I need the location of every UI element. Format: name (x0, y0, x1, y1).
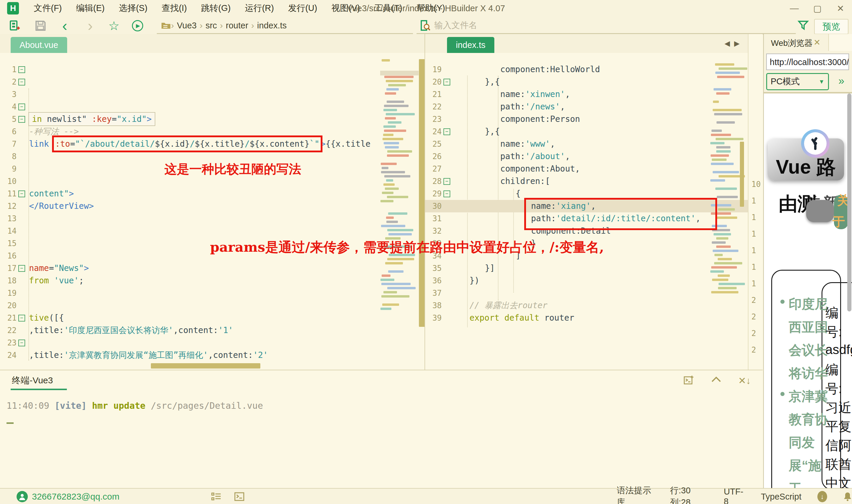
code-line-21: 21−tive([{ (0, 312, 424, 324)
language-mode[interactable]: TypeScript (761, 492, 801, 502)
code-line-27: 27component:About, (425, 163, 748, 175)
menu-发行(U)[interactable]: 发行(U) (281, 1, 324, 16)
code-token: name: (500, 139, 525, 149)
code-token: }] (485, 263, 495, 273)
maximize-icon[interactable]: ▢ (806, 0, 829, 17)
code-line-1: 1− (0, 63, 424, 76)
page-vscrollbar[interactable] (847, 93, 851, 311)
favorites-star-icon[interactable]: ☆ (107, 19, 121, 33)
menu-选择(S)[interactable]: 选择(S) (112, 1, 155, 16)
fold-icon[interactable]: − (443, 128, 450, 135)
user-avatar-icon[interactable] (17, 491, 28, 502)
notification-bell-icon[interactable] (843, 492, 852, 501)
menu-工具(T)[interactable]: 工具(T) (367, 1, 410, 16)
url-input[interactable]: http://localhost:3000/ (766, 54, 849, 70)
collapse-up-icon[interactable] (711, 375, 722, 386)
back-icon[interactable]: ‹ (58, 19, 72, 33)
breadcrumb-router[interactable]: router (226, 21, 248, 31)
webview-close-icon[interactable]: ✕ (814, 38, 820, 47)
more-chevrons-icon[interactable]: » (838, 75, 844, 87)
fold-icon[interactable]: − (18, 340, 25, 346)
params-highlight-redbox (524, 198, 717, 230)
news-item[interactable]: 会议长 (789, 342, 824, 365)
download-icon[interactable]: ↓ (817, 491, 827, 502)
minimap-row (716, 92, 729, 95)
nav-button-gray[interactable] (806, 200, 834, 222)
right-code: 19component:HelloWorld20−},{21name:'xinw… (425, 53, 748, 324)
minimize-icon[interactable]: — (783, 0, 806, 17)
left-hscrollbar-thumb[interactable] (151, 363, 260, 368)
right-editor-body[interactable]: 19component:HelloWorld20−},{21name:'xinw… (425, 53, 748, 370)
code-token: router (544, 313, 574, 323)
tab-web-browser[interactable]: Web浏览器 (771, 38, 813, 49)
tab-index-ts[interactable]: index.ts (447, 37, 494, 53)
menu-视图(V)[interactable]: 视图(V) (324, 1, 367, 16)
fold-icon[interactable]: − (443, 79, 450, 86)
left-editor-body[interactable]: 1−2−34−5−in newlist" :key="x.id">6-种写法 -… (0, 53, 424, 370)
news-item[interactable]: 京津冀 (789, 388, 824, 411)
terminal-tab[interactable]: 终端-Vue3 (12, 375, 53, 386)
news-item[interactable]: 教育协 (789, 411, 824, 434)
menu-查找(I)[interactable]: 查找(I) (155, 1, 194, 16)
tab-about-vue[interactable]: About.vue (11, 37, 67, 53)
account-email[interactable]: 3266762823@qq.com (32, 491, 120, 502)
minimap-row (380, 299, 419, 302)
fold-icon[interactable]: − (18, 265, 25, 272)
tab-next-icon[interactable]: ▶ (734, 39, 744, 47)
outline-list-icon[interactable] (211, 492, 221, 501)
news-item[interactable]: 将访华 (789, 365, 824, 388)
tab-prev-icon[interactable]: ◀ (725, 39, 734, 47)
breadcrumb-src[interactable]: src (205, 21, 217, 31)
file-search[interactable]: 输入文件名 (417, 18, 796, 34)
left-minimap[interactable] (380, 59, 419, 316)
syntax-hint-lib[interactable]: 语法提示库 (617, 485, 654, 504)
fold-icon[interactable]: − (18, 104, 25, 110)
fold-icon[interactable]: − (18, 315, 25, 322)
fold-icon[interactable]: − (18, 191, 25, 197)
save-icon[interactable] (34, 19, 47, 33)
tab-scroll-arrows[interactable]: ◀▶ (725, 39, 744, 48)
brand-text: Vue 路 (776, 153, 836, 180)
breadcrumb-Vue3[interactable]: Vue3 (177, 21, 197, 31)
menu-文件(F)[interactable]: 文件(F) (26, 1, 69, 16)
fold-icon[interactable]: − (443, 178, 450, 185)
minimap-row (717, 76, 744, 78)
code-token: '印度尼西亚国会议长将访华' (64, 325, 174, 335)
line-number: 10 (0, 175, 17, 187)
right-vscrollbar[interactable] (740, 142, 744, 207)
fold-icon[interactable]: − (18, 116, 25, 123)
encoding[interactable]: UTF-8 (724, 487, 745, 504)
news-item[interactable]: 印度尼 (789, 295, 824, 319)
menu-编辑(E)[interactable]: 编辑(E) (69, 1, 112, 16)
cursor-position[interactable]: 行:30 列:28 (670, 485, 708, 504)
news-item[interactable]: 同发 (789, 434, 824, 457)
minimap-row (384, 105, 409, 107)
new-terminal-icon[interactable] (684, 375, 694, 386)
close-terminal-icon[interactable]: ✕↓ (738, 375, 751, 386)
filter-funnel-icon[interactable] (798, 20, 809, 31)
fold-icon[interactable]: − (443, 191, 450, 197)
run-icon[interactable]: ▶ (131, 19, 144, 33)
news-item[interactable]: 西亚国 (789, 319, 824, 342)
fold-icon[interactable]: − (18, 66, 25, 73)
fold-icon[interactable]: − (18, 79, 25, 86)
menu-运行(R)[interactable]: 运行(R) (238, 1, 281, 16)
left-hscroll-track[interactable] (24, 363, 377, 368)
forward-icon[interactable]: › (84, 19, 97, 33)
browser-viewport[interactable]: Vue 路 首新 由测 关 于 印度尼西亚国会议长将访华京津冀教育协同发展“施工… (764, 93, 852, 504)
close-icon[interactable]: ✕ (829, 0, 852, 17)
device-mode-select[interactable]: PC模式 ▼ (766, 73, 829, 90)
new-project-icon[interactable] (8, 19, 21, 33)
preview-button[interactable]: 预览 (814, 19, 849, 34)
line-number: 3 (0, 88, 17, 101)
breadcrumb[interactable]: ›Vue3›src›router›index.ts (157, 18, 413, 34)
left-vscrollbar[interactable] (419, 59, 424, 327)
code-token: '2' (253, 350, 268, 360)
menu-跳转(G)[interactable]: 跳转(G) (194, 1, 238, 16)
terminal-status-icon[interactable] (234, 492, 244, 501)
breadcrumb-index.ts[interactable]: index.ts (257, 21, 287, 31)
menu-帮助(Y)[interactable]: 帮助(Y) (410, 1, 452, 16)
search-input[interactable]: 输入文件名 (434, 19, 477, 31)
code-token: component:About, (500, 164, 580, 174)
news-item[interactable]: 展“施 (789, 457, 824, 480)
